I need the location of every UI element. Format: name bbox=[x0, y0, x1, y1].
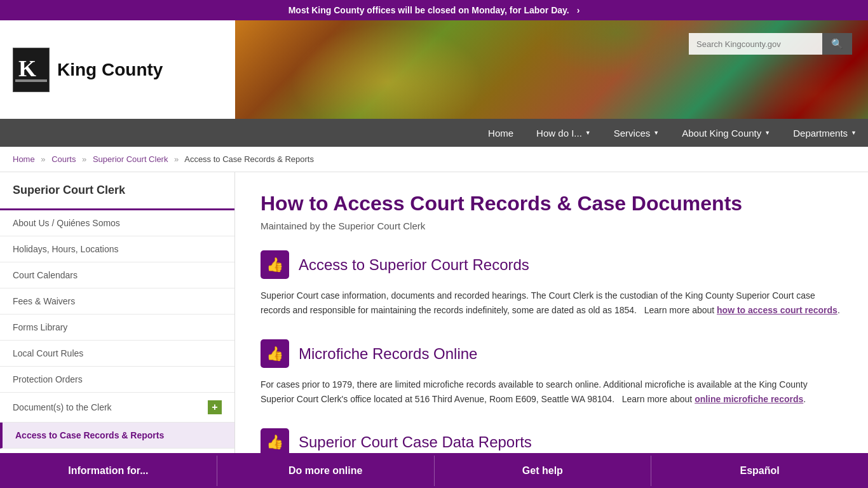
nav-services-caret: ▼ bbox=[653, 130, 659, 136]
nav-about[interactable]: About King County ▼ bbox=[670, 119, 782, 147]
section-title-1: Access to Superior Court Records bbox=[299, 256, 529, 274]
expand-icon[interactable]: + bbox=[208, 400, 222, 414]
footer-info-for[interactable]: Information for... bbox=[0, 456, 217, 486]
nav-about-caret: ▼ bbox=[764, 130, 770, 136]
sidebar-item-documents-to-clerk[interactable]: Document(s) to the Clerk + bbox=[0, 393, 234, 423]
section-header-2: 👍 Microfiche Records Online bbox=[261, 339, 843, 368]
sidebar-item-protection-orders[interactable]: Protection Orders bbox=[0, 367, 234, 393]
sidebar-item-local-court-rules[interactable]: Local Court Rules bbox=[0, 341, 234, 367]
svg-text:K: K bbox=[18, 56, 36, 81]
nav-home[interactable]: Home bbox=[477, 119, 525, 147]
search-button[interactable]: 🔍 bbox=[822, 33, 852, 55]
section-icon-2: 👍 bbox=[261, 339, 289, 368]
alert-link[interactable]: › bbox=[577, 5, 580, 15]
breadcrumb-sep-3: » bbox=[174, 154, 179, 164]
breadcrumb-home[interactable]: Home bbox=[13, 154, 35, 164]
sidebar-item-court-calendars[interactable]: Court Calendars bbox=[0, 262, 234, 288]
alert-text: Most King County offices will be closed … bbox=[288, 5, 569, 15]
nav-services[interactable]: Services ▼ bbox=[602, 119, 670, 147]
breadcrumb-sep-2: » bbox=[82, 154, 86, 164]
sidebar-item-forms-library[interactable]: Forms Library bbox=[0, 315, 234, 341]
breadcrumb-current: Access to Case Records & Reports bbox=[184, 154, 314, 164]
footer-espanol[interactable]: Español bbox=[651, 456, 868, 486]
sidebar-item-holidays[interactable]: Holidays, Hours, Locations bbox=[0, 236, 234, 262]
nav-departments-caret: ▼ bbox=[851, 130, 857, 136]
breadcrumb-courts[interactable]: Courts bbox=[51, 154, 76, 164]
nav-departments[interactable]: Departments ▼ bbox=[782, 119, 868, 147]
section-title-2: Microfiche Records Online bbox=[299, 345, 477, 363]
logo-text[interactable]: King County bbox=[57, 60, 163, 80]
section-microfiche-records: 👍 Microfiche Records Online For cases pr… bbox=[261, 339, 843, 406]
section-title-3: Superior Court Case Data Reports bbox=[299, 433, 532, 451]
nav-how-do-i[interactable]: How do I... ▼ bbox=[525, 119, 602, 147]
breadcrumb-sep-1: » bbox=[41, 154, 45, 164]
sidebar-nav: About Us / Quiénes Somos Holidays, Hours… bbox=[0, 210, 234, 488]
breadcrumb: Home » Courts » Superior Court Clerk » A… bbox=[0, 147, 868, 172]
sidebar-item-fees-waivers[interactable]: Fees & Waivers bbox=[0, 288, 234, 315]
section-body-2: For cases prior to 1979, there are limit… bbox=[261, 377, 843, 406]
page-subtitle: Maintained by the Superior Court Clerk bbox=[261, 220, 843, 231]
breadcrumb-superior-court-clerk[interactable]: Superior Court Clerk bbox=[93, 154, 168, 164]
section-body-1: Superior Court case information, documen… bbox=[261, 288, 843, 317]
header-photo-bg: 🔍 bbox=[235, 20, 868, 119]
section-superior-court-records: 👍 Access to Superior Court Records Super… bbox=[261, 250, 843, 317]
search-area: 🔍 bbox=[689, 33, 852, 55]
page-title: How to Access Court Records & Case Docum… bbox=[261, 191, 843, 215]
section-header-1: 👍 Access to Superior Court Records bbox=[261, 250, 843, 279]
microfiche-link[interactable]: online microfiche records bbox=[695, 394, 803, 404]
search-input[interactable] bbox=[689, 33, 822, 55]
logo-block: K King County bbox=[0, 20, 235, 119]
sidebar-item-about-us[interactable]: About Us / Quiénes Somos bbox=[0, 210, 234, 236]
king-county-logo-icon: K bbox=[13, 48, 50, 92]
sidebar: Superior Court Clerk About Us / Quiénes … bbox=[0, 172, 235, 488]
sidebar-item-access-records[interactable]: Access to Case Records & Reports bbox=[0, 423, 234, 449]
footer-do-more[interactable]: Do more online bbox=[217, 456, 435, 486]
main-wrapper: Superior Court Clerk About Us / Quiénes … bbox=[0, 172, 868, 488]
main-nav: Home How do I... ▼ Services ▼ About King… bbox=[0, 119, 868, 147]
footer-bar: Information for... Do more online Get he… bbox=[0, 453, 868, 488]
content-area: How to Access Court Records & Case Docum… bbox=[235, 172, 868, 488]
alert-bar: Most King County offices will be closed … bbox=[0, 0, 868, 20]
nav-how-do-i-caret: ▼ bbox=[585, 130, 591, 136]
access-records-link[interactable]: how to access court records bbox=[717, 305, 837, 315]
section-icon-1: 👍 bbox=[261, 250, 289, 279]
svg-rect-2 bbox=[15, 79, 47, 82]
header: K King County 🔍 bbox=[0, 20, 868, 119]
footer-get-help[interactable]: Get help bbox=[435, 456, 652, 486]
sidebar-title: Superior Court Clerk bbox=[0, 172, 234, 210]
